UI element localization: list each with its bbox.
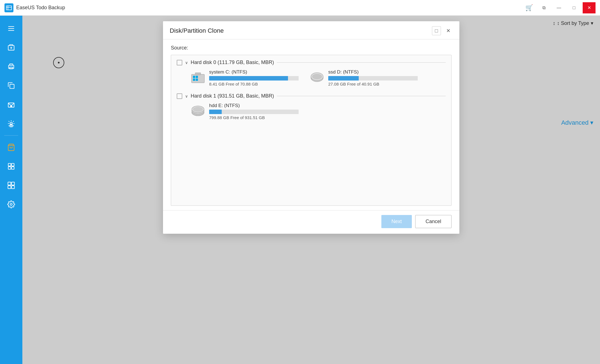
content-area: ↕ ↕ Sort by Type ▾ Advanced ▾ Disk/Parti… [22, 16, 600, 364]
modal-header: Disk/Partition Clone □ ✕ [163, 21, 459, 39]
hdd-drive-icon [191, 105, 205, 117]
modal-header-controls: □ ✕ [432, 26, 453, 35]
partition-d-info: ssd D: (NTFS) 27.08 GB Free of 40.91 GB [328, 69, 418, 86]
partition-c-icon [191, 70, 205, 85]
svg-rect-9 [10, 84, 14, 88]
ssd-drive-icon [310, 72, 324, 84]
svg-rect-28 [196, 76, 198, 78]
app-logo [4, 3, 13, 12]
disk-partition-clone-modal: Disk/Partition Clone □ ✕ Source: [163, 21, 459, 234]
partition-c-bar [209, 76, 299, 81]
partition-c-size: 8.41 GB Free of 70.88 GB [209, 82, 299, 86]
sidebar-item-backup[interactable] [3, 39, 20, 56]
app-title: EaseUS Todo Backup [16, 5, 525, 11]
disk-1-title: Hard disk 1 (931.51 GB, Basic, MBR) [191, 93, 274, 99]
modal-close-button[interactable]: ✕ [444, 26, 453, 35]
partition-e-bar [209, 110, 299, 114]
disk-0-partitions: system C: (NTFS) 8.41 GB Free of 70.88 G… [177, 69, 446, 86]
disk-list-area: ∨ Hard disk 0 (111.79 GB, Basic, MBR) [171, 55, 452, 206]
partition-d-icon [310, 70, 324, 85]
svg-rect-22 [11, 186, 14, 189]
sidebar-item-restore[interactable] [3, 58, 20, 75]
partition-e-size: 799.88 GB Free of 931.51 GB [209, 115, 299, 120]
modal-body: Source: ∨ Hard disk 0 (111.79 GB, Basic,… [163, 39, 459, 210]
svg-rect-15 [8, 164, 11, 166]
svg-point-32 [312, 74, 322, 79]
disk-group-1: ∨ Hard disk 1 (931.51 GB, Basic, MBR) [177, 93, 446, 120]
svg-rect-16 [11, 164, 14, 166]
partition-d-size: 27.08 GB Free of 40.91 GB [328, 82, 418, 86]
sidebar-item-menu[interactable] [3, 20, 20, 37]
sidebar-item-grid[interactable] [3, 177, 20, 194]
restore-button[interactable]: ⧉ [537, 2, 550, 13]
svg-rect-20 [11, 182, 14, 185]
svg-point-23 [10, 204, 12, 205]
partition-e-fill [209, 110, 222, 114]
partition-d-name: ssd D: (NTFS) [328, 69, 418, 75]
app-body: ↕ ↕ Sort by Type ▾ Advanced ▾ Disk/Parti… [0, 16, 600, 364]
disk-group-0-header: ∨ Hard disk 0 (111.79 GB, Basic, MBR) [177, 60, 446, 65]
source-label: Source: [171, 45, 452, 51]
svg-rect-8 [10, 67, 13, 69]
disk-0-title: Hard disk 0 (111.79 GB, Basic, MBR) [191, 60, 274, 65]
sidebar-item-settings[interactable] [3, 196, 20, 213]
svg-rect-0 [6, 6, 11, 10]
svg-rect-19 [8, 182, 11, 185]
partition-e-name: hdd E: (NTFS) [209, 103, 299, 108]
cart-icon[interactable]: 🛒 [525, 4, 533, 11]
disk-0-checkbox[interactable] [177, 60, 182, 65]
svg-rect-25 [195, 73, 201, 75]
partition-e-info: hdd E: (NTFS) 799.88 GB Free of 931.51 G… [209, 103, 299, 120]
svg-rect-27 [193, 79, 195, 81]
sidebar-item-cart[interactable] [3, 139, 20, 156]
modal-overlay: Disk/Partition Clone □ ✕ Source: [22, 16, 600, 364]
close-button[interactable]: ✕ [583, 2, 596, 13]
partition-e: hdd E: (NTFS) 799.88 GB Free of 931.51 G… [191, 103, 446, 120]
minimize-button[interactable]: — [552, 2, 565, 13]
partition-d-fill [328, 76, 359, 81]
disk-0-line [277, 62, 446, 63]
svg-point-36 [193, 107, 203, 112]
partition-c-info: system C: (NTFS) 8.41 GB Free of 70.88 G… [209, 69, 299, 86]
sidebar [0, 16, 22, 364]
svg-rect-17 [8, 167, 11, 169]
sidebar-item-mail[interactable] [3, 96, 20, 113]
sidebar-item-security[interactable] [3, 115, 20, 132]
disk-group-0: ∨ Hard disk 0 (111.79 GB, Basic, MBR) [177, 60, 446, 86]
cancel-button[interactable]: Cancel [415, 215, 452, 228]
svg-rect-29 [196, 79, 198, 81]
disk-1-line [277, 96, 446, 96]
disk-1-partitions: hdd E: (NTFS) 799.88 GB Free of 931.51 G… [177, 103, 446, 120]
disk-group-1-header: ∨ Hard disk 1 (931.51 GB, Basic, MBR) [177, 93, 446, 99]
svg-rect-21 [8, 186, 11, 189]
disk-0-chevron-icon[interactable]: ∨ [185, 60, 188, 65]
disk-1-checkbox[interactable] [177, 93, 182, 99]
partition-e-icon [191, 104, 205, 119]
maximize-button[interactable]: □ [568, 2, 580, 13]
partition-c-fill [209, 76, 288, 81]
svg-rect-18 [11, 167, 14, 169]
partition-c-name: system C: (NTFS) [209, 69, 299, 75]
partition-d: ssd D: (NTFS) 27.08 GB Free of 40.91 GB [310, 69, 418, 86]
disk-1-chevron-icon[interactable]: ∨ [185, 94, 188, 98]
partition-c: system C: (NTFS) 8.41 GB Free of 70.88 G… [191, 69, 299, 86]
system-drive-icon [191, 72, 205, 84]
partition-d-bar [328, 76, 418, 81]
next-button[interactable]: Next [381, 215, 412, 228]
modal-maximize-button[interactable]: □ [432, 26, 441, 35]
titlebar: EaseUS Todo Backup 🛒 ⧉ — □ ✕ [0, 0, 600, 16]
modal-title: Disk/Partition Clone [170, 27, 224, 34]
sidebar-item-clone[interactable] [3, 77, 20, 94]
modal-footer: Next Cancel [163, 210, 459, 234]
window-controls: ⧉ — □ ✕ [537, 2, 596, 13]
sidebar-divider-1 [4, 135, 18, 136]
sidebar-item-tools[interactable] [3, 158, 20, 175]
svg-rect-26 [193, 76, 195, 78]
